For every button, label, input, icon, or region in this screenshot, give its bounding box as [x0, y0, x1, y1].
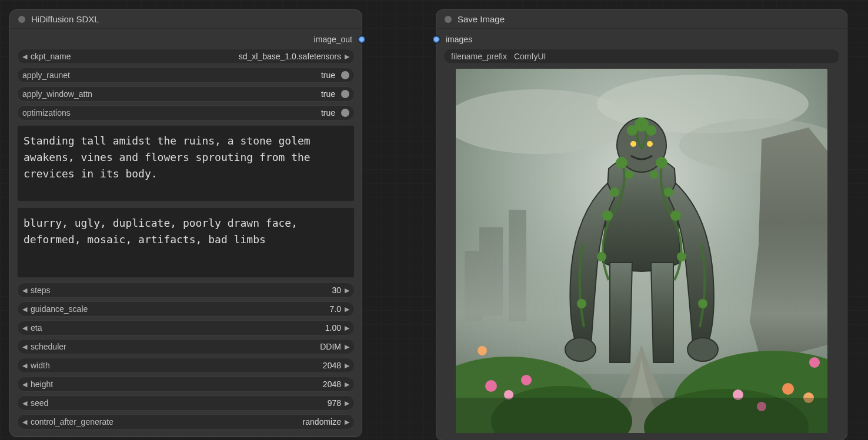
node-title: HiDiffusion SDXL [31, 14, 99, 24]
svg-point-15 [782, 383, 794, 395]
node-header[interactable]: Save Image [436, 10, 847, 29]
param-seed[interactable]: ◀ seed 978 ▶ [17, 395, 355, 411]
arrow-left-icon[interactable]: ◀ [22, 305, 27, 313]
svg-point-27 [656, 157, 667, 169]
param-control-after-generate[interactable]: ◀ control_after_generate randomize ▶ [17, 414, 355, 429]
param-filename-prefix[interactable]: filename_prefix ComfyUI [443, 49, 840, 64]
param-apply-raunet[interactable]: apply_raunet true [17, 68, 355, 83]
svg-point-22 [630, 141, 636, 147]
svg-point-38 [664, 187, 673, 197]
output-slot-image-out[interactable]: image_out [17, 35, 355, 45]
arrow-right-icon[interactable]: ▶ [345, 381, 349, 388]
svg-point-29 [627, 125, 637, 136]
svg-point-20 [809, 357, 820, 368]
svg-point-24 [565, 338, 596, 361]
arrow-right-icon[interactable]: ▶ [345, 343, 349, 351]
negative-prompt-input[interactable]: blurry, ugly, duplicate, poorly drawn fa… [17, 207, 355, 278]
toggle-icon[interactable] [341, 71, 349, 79]
node-collapse-dot[interactable] [445, 16, 452, 23]
arrow-right-icon[interactable]: ▶ [345, 362, 349, 370]
param-ckpt-name[interactable]: ◀ ckpt_name sd_xl_base_1.0.safetensors ▶ [17, 49, 355, 64]
param-guidance-scale[interactable]: ◀ guidance_scale 7.0 ▶ [17, 301, 355, 317]
svg-rect-41 [456, 398, 827, 433]
port-out-image[interactable] [358, 36, 365, 43]
svg-point-37 [610, 187, 619, 197]
svg-point-35 [577, 299, 586, 308]
arrow-left-icon[interactable]: ◀ [22, 362, 27, 370]
node-collapse-dot[interactable] [18, 16, 25, 23]
arrow-left-icon[interactable]: ◀ [22, 324, 27, 332]
preview-image-svg [456, 69, 827, 433]
svg-point-40 [650, 170, 658, 179]
arrow-left-icon[interactable]: ◀ [22, 399, 27, 407]
param-apply-window-attn[interactable]: apply_window_attn true [17, 86, 355, 102]
param-optimizations[interactable]: optimizations true [17, 105, 355, 120]
param-width[interactable]: ◀ width 2048 ▶ [17, 358, 355, 373]
svg-point-34 [677, 252, 686, 261]
param-height[interactable]: ◀ height 2048 ▶ [17, 377, 355, 392]
svg-point-33 [597, 252, 606, 261]
arrow-right-icon[interactable]: ▶ [345, 324, 349, 332]
node-save-image[interactable]: Save Image images filename_prefix ComfyU… [436, 9, 847, 440]
svg-point-26 [616, 157, 627, 169]
arrow-left-icon[interactable]: ◀ [22, 418, 27, 426]
svg-point-19 [478, 346, 487, 355]
toggle-icon[interactable] [341, 90, 349, 98]
arrow-right-icon[interactable]: ▶ [345, 399, 349, 407]
arrow-right-icon[interactable]: ▶ [345, 418, 349, 426]
svg-point-31 [602, 210, 613, 221]
svg-point-25 [687, 338, 718, 361]
arrow-left-icon[interactable]: ◀ [22, 381, 27, 388]
toggle-icon[interactable] [341, 109, 349, 117]
svg-point-30 [646, 125, 656, 136]
input-slot-images[interactable]: images [443, 35, 840, 45]
output-image-preview[interactable] [456, 69, 827, 433]
arrow-left-icon[interactable]: ◀ [22, 287, 27, 294]
node-title: Save Image [458, 14, 505, 24]
arrow-left-icon[interactable]: ◀ [22, 53, 27, 61]
svg-point-14 [521, 375, 532, 385]
svg-point-23 [647, 141, 653, 147]
param-steps[interactable]: ◀ steps 30 ▶ [17, 283, 355, 298]
arrow-right-icon[interactable]: ▶ [345, 305, 349, 313]
svg-point-32 [670, 210, 681, 221]
node-header[interactable]: HiDiffusion SDXL [10, 10, 362, 29]
param-eta[interactable]: ◀ eta 1.00 ▶ [17, 320, 355, 335]
svg-point-39 [625, 170, 633, 179]
arrow-left-icon[interactable]: ◀ [22, 343, 27, 351]
positive-prompt-input[interactable]: Standing tall amidst the ruins, a stone … [17, 125, 355, 201]
arrow-right-icon[interactable]: ▶ [345, 287, 349, 294]
arrow-right-icon[interactable]: ▶ [345, 53, 349, 61]
svg-point-36 [698, 299, 707, 308]
port-in-images[interactable] [433, 36, 440, 43]
node-hidiffusion-sdxl[interactable]: HiDiffusion SDXL image_out ◀ ckpt_name s… [9, 9, 362, 437]
param-scheduler[interactable]: ◀ scheduler DDIM ▶ [17, 339, 355, 354]
svg-point-12 [485, 380, 497, 392]
